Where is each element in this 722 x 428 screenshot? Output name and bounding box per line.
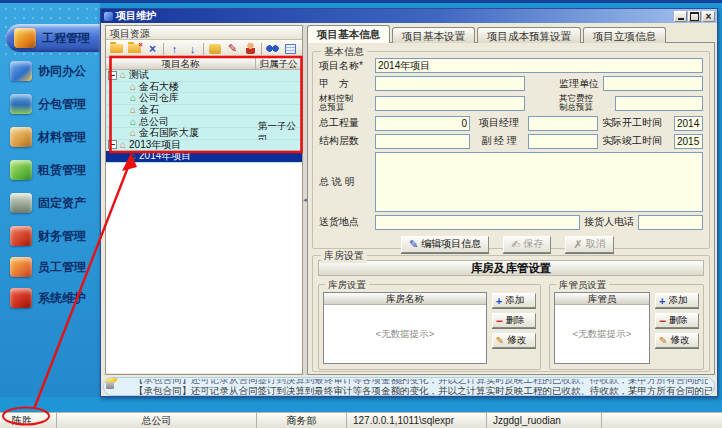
save-button[interactable]: ✍ 保存 (503, 236, 551, 253)
keeper-settings-title: 库管员设置 (556, 279, 610, 292)
tab-cost-budget[interactable]: 项目成本预算设置 (477, 27, 581, 43)
tree-row[interactable]: ⌂ 2013年项目 (106, 140, 302, 152)
toolbar-separator (261, 43, 262, 55)
dialog-titlebar[interactable]: 项目维护 (101, 9, 717, 23)
structure-floors-field[interactable] (375, 134, 470, 149)
house-icon: ⌂ (130, 128, 136, 138)
sidebar-item-office[interactable]: 协同办公 (0, 57, 100, 85)
toolbar-separator (163, 43, 164, 55)
structure-floors-label: 结构层数 (319, 134, 371, 148)
assign-icon[interactable] (207, 42, 222, 56)
warehouse-table[interactable]: 库房名称 <无数据提示> (323, 292, 487, 364)
tab-basic-info[interactable]: 项目基本信息 (307, 25, 390, 43)
bulb-icon (103, 377, 120, 396)
actual-start-label: 实际开工时间 (602, 116, 670, 130)
close-button[interactable] (702, 11, 715, 22)
keeper-table[interactable]: 库管员 <无数据提示> (554, 292, 650, 364)
tab-approval-info[interactable]: 项目立项信息 (583, 27, 666, 43)
sidebar-item-finance[interactable]: 财务管理 (0, 222, 100, 250)
sidebar-item-material[interactable]: 材料管理 (0, 123, 100, 151)
keeper-modify-button[interactable]: ✎修改 (655, 333, 699, 348)
no-data-text: <无数据提示> (324, 305, 486, 363)
find-icon[interactable] (265, 42, 280, 56)
save-pen-icon: ✍ (511, 238, 520, 251)
column-company[interactable]: 归属子公司 (256, 58, 302, 69)
description-field[interactable] (375, 152, 703, 212)
project-resource-panel: 项目资源 × ↑ ↓ ✎ 项目名称 归属子公司 (105, 25, 303, 375)
toolbar-separator (203, 43, 204, 55)
cancel-x-icon: ✗ (573, 238, 582, 251)
dialog-icon (104, 12, 113, 21)
sidebar-item-staff[interactable]: 员工管理 (0, 253, 100, 281)
tree-row[interactable]: ⌂ 金石 (106, 105, 302, 117)
sidebar-item-asset[interactable]: 固定资产 (0, 189, 100, 217)
other-budget-field[interactable] (615, 96, 703, 111)
house-icon: ⌂ (120, 140, 126, 150)
receiver-phone-field[interactable] (638, 215, 703, 230)
house-icon: ⌂ (130, 93, 136, 103)
sidebar-item-subcontract[interactable]: 分包管理 (0, 90, 100, 118)
move-down-icon[interactable]: ↓ (185, 42, 200, 56)
cut-folder-icon[interactable] (127, 42, 142, 56)
house-icon: ⌂ (130, 82, 136, 92)
tab-panel: 基本信息 项目名称* 甲 方 监理单位 材料控制总预算 其它费控制总预算 (307, 42, 715, 375)
modify-pen-icon: ✎ (496, 335, 504, 346)
edit-project-button[interactable]: ✎ 编辑项目信息 (401, 236, 489, 253)
status-bar: 陈胜 总公司 商务部 127.0.0.1,1011\sqlexpr Jzgdgl… (0, 412, 722, 428)
sidebar-item-lease[interactable]: 租赁管理 (0, 156, 100, 184)
tree-row[interactable]: ⌂ 公司仓库 (106, 93, 302, 105)
warehouse-add-button[interactable]: +添加 (492, 293, 536, 308)
actual-start-field[interactable] (674, 116, 703, 131)
receiver-phone-label: 接货人电话 (584, 215, 634, 229)
warehouse-modify-button[interactable]: ✎修改 (492, 333, 536, 348)
material-icon (10, 127, 32, 147)
tree-row-selected[interactable]: ⌂ 2014年项目 (106, 151, 302, 163)
warehouse-delete-button[interactable]: −删除 (492, 313, 536, 328)
actual-end-field[interactable] (674, 134, 703, 149)
collapse-icon[interactable] (108, 71, 117, 80)
user-icon[interactable] (243, 42, 258, 56)
deputy-manager-label: 副 经 理 (474, 134, 524, 148)
app-window: 工程管理 协同办公 分包管理 材料管理 租赁管理 固定资产 财务管理 员工管理 (0, 0, 722, 428)
delivery-place-field[interactable] (375, 215, 580, 230)
project-name-field[interactable] (375, 58, 703, 73)
keeper-delete-button[interactable]: −删除 (655, 313, 699, 328)
tab-basic-settings[interactable]: 项目基本设置 (392, 27, 475, 43)
tree-row[interactable]: ⌂ 金石大楼 (106, 82, 302, 94)
house-icon: ⌂ (130, 105, 136, 115)
sidebar-item-label: 工程管理 (42, 30, 90, 47)
description-label: 总 说 明 (319, 175, 371, 189)
supervisor-field[interactable] (603, 76, 703, 91)
tree-toolbar: × ↑ ↓ ✎ (106, 40, 302, 58)
staff-icon (10, 257, 32, 277)
view-icon[interactable] (283, 42, 298, 56)
warehouse-settings-group: 库房设置 库房名称 <无数据提示> +添加 − (318, 284, 541, 370)
sidebar-item-system[interactable]: 系统维护 (0, 284, 100, 312)
total-quantity-field[interactable] (375, 116, 470, 131)
dialog-title: 项目维护 (116, 9, 673, 23)
cancel-button[interactable]: ✗ 取消 (565, 236, 613, 253)
maximize-button[interactable] (688, 11, 701, 22)
delete-icon[interactable]: × (145, 42, 160, 56)
open-folder-icon[interactable] (109, 42, 124, 56)
keeper-add-button[interactable]: +添加 (655, 293, 699, 308)
edit-pen-icon[interactable]: ✎ (225, 42, 240, 56)
minimize-button[interactable] (674, 11, 687, 22)
party-a-field[interactable] (375, 76, 525, 91)
finance-icon (10, 226, 32, 246)
column-project-name[interactable]: 项目名称 (106, 58, 256, 69)
other-budget-label: 其它费控制总预算 (559, 94, 611, 113)
tree-row[interactable]: ⌂ 测试 (106, 70, 302, 82)
move-up-icon[interactable]: ↑ (167, 42, 182, 56)
sidebar-item-engineering[interactable]: 工程管理 (6, 24, 100, 52)
tab-strip: 项目基本信息 项目基本设置 项目成本预算设置 项目立项信息 (307, 25, 666, 43)
keeper-settings-group: 库管员设置 库管员 <无数据提示> +添加 − (549, 284, 704, 370)
deputy-manager-field[interactable] (528, 134, 598, 149)
sidebar-item-label: 租赁管理 (38, 162, 86, 179)
material-budget-label: 材料控制总预算 (319, 94, 371, 113)
project-manager-field[interactable] (528, 116, 598, 131)
total-quantity-label: 总工程量 (319, 116, 371, 130)
collapse-icon[interactable] (108, 140, 117, 149)
material-budget-field[interactable] (375, 96, 525, 111)
project-maintenance-dialog: 项目维护 项目资源 × ↑ ↓ ✎ (100, 8, 718, 397)
